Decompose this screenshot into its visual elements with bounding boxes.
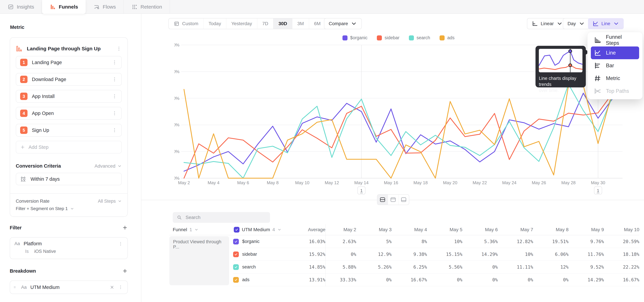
granularity-dropdown-button[interactable]: Day <box>563 18 590 29</box>
menu-item-metric[interactable]: Metric <box>591 72 639 85</box>
table-header-date[interactable]: May 7 <box>498 224 533 235</box>
filter-property-name: Platform <box>24 241 114 246</box>
table-row-name-organic[interactable]: $organic <box>233 235 286 248</box>
step-label: Download Page <box>32 77 107 82</box>
filter-segment-dropdown[interactable]: Filter + Segment on Step 1 <box>16 206 122 211</box>
tab-insights[interactable]: Insights <box>0 0 42 14</box>
cell-value: 12.9% <box>356 248 392 261</box>
layout-split-button[interactable] <box>377 194 388 205</box>
date-range-30d[interactable]: 30D <box>273 18 292 29</box>
table-row-name-search[interactable]: search <box>233 261 286 274</box>
layout-chart-button[interactable] <box>388 194 398 205</box>
date-range-custom[interactable]: Custom <box>169 18 203 29</box>
funnel-step-2[interactable]: 2Download Page <box>16 73 122 86</box>
scale-dropdown-button[interactable]: Linear <box>527 18 568 29</box>
legend-item-sidebar[interactable]: sidebar <box>377 35 400 40</box>
add-filter-button[interactable] <box>122 225 128 230</box>
step-number-badge: 1 <box>20 59 28 66</box>
chevron-down-icon <box>118 199 122 203</box>
table-row-name-sidebar[interactable]: sidebar <box>233 248 286 261</box>
kebab-icon[interactable] <box>112 110 118 116</box>
kebab-icon[interactable] <box>112 60 118 65</box>
kebab-icon[interactable] <box>112 127 118 133</box>
funnel-step-4[interactable]: 4App Open <box>16 107 122 120</box>
add-breakdown-button[interactable] <box>122 268 128 274</box>
funnel-step-1[interactable]: 1Landing Page <box>16 56 122 69</box>
kebab-icon[interactable] <box>112 94 118 99</box>
series-line-organic[interactable] <box>184 88 624 171</box>
date-range-yesterday[interactable]: Yesterday <box>226 18 257 29</box>
series-checkbox[interactable] <box>233 264 239 270</box>
tab-retention[interactable]: Retention <box>124 0 170 14</box>
layout-chart-icon <box>390 196 396 203</box>
table-header-date[interactable]: May 9 <box>568 224 604 235</box>
tab-funnels[interactable]: Funnels <box>42 0 86 14</box>
chevron-down-icon <box>70 207 74 211</box>
series-checkbox[interactable] <box>233 277 239 283</box>
advanced-dropdown[interactable]: Advanced <box>94 164 122 169</box>
kebab-icon[interactable] <box>112 76 118 82</box>
compare-button[interactable]: Compare <box>324 18 362 29</box>
drag-handle-icon[interactable] <box>13 285 18 290</box>
breakdown-checkbox[interactable] <box>234 227 240 232</box>
table-row-name-ads[interactable]: ads <box>233 274 286 286</box>
bar-chart-icon <box>594 62 601 69</box>
tab-flows[interactable]: Flows <box>86 0 124 14</box>
menu-item-label: Line <box>606 50 616 56</box>
date-range-3m[interactable]: 3M <box>292 18 309 29</box>
date-range-today[interactable]: Today <box>203 18 226 29</box>
clock-icon <box>20 176 26 182</box>
kebab-icon[interactable] <box>118 285 123 290</box>
menu-item-funnel-steps[interactable]: Funnel Steps <box>591 34 639 46</box>
table-search[interactable] <box>173 212 270 223</box>
kebab-icon[interactable] <box>118 241 123 246</box>
add-step-button[interactable]: Add Step <box>16 141 122 154</box>
funnel-step-3[interactable]: 3App Install <box>16 90 122 103</box>
cell-value: 16.67% <box>604 274 639 286</box>
date-range-7d[interactable]: 7D <box>257 18 273 29</box>
filter-platform-card[interactable]: Aa Platform Is iOS Native <box>10 237 128 259</box>
table-header-breakdown[interactable]: UTM Medium4 <box>233 224 286 235</box>
layout-table-button[interactable] <box>398 194 409 205</box>
series-checkbox[interactable] <box>233 252 239 257</box>
check-icon <box>234 252 238 256</box>
breakdown-utm-card[interactable]: Aa UTM Medium <box>10 280 128 294</box>
table-header-date[interactable]: May 5 <box>427 224 462 235</box>
funnel-step-5[interactable]: 5Sign Up <box>16 124 122 136</box>
table-header-date[interactable]: May 2 <box>325 224 356 235</box>
cell-value: 10% <box>427 235 462 248</box>
funnel-title: Landing Page through Sign Up <box>27 46 112 52</box>
calendar-icon <box>174 21 180 26</box>
chevron-down-icon <box>278 228 282 232</box>
line-chart-icon <box>594 49 601 56</box>
average-value: 15.92% <box>286 248 325 261</box>
remove-breakdown-icon[interactable] <box>110 285 114 290</box>
legend-item-search[interactable]: search <box>409 35 430 40</box>
all-steps-label: All Steps <box>98 199 116 204</box>
legend-item-organic[interactable]: $organic <box>342 35 368 40</box>
table-header-date[interactable]: May 6 <box>462 224 498 235</box>
table-header-average[interactable]: Average <box>286 224 325 235</box>
table-header-date[interactable]: May 4 <box>392 224 427 235</box>
table-header-date[interactable]: May 3 <box>356 224 392 235</box>
series-checkbox[interactable] <box>233 239 239 244</box>
metric-icon <box>594 75 601 82</box>
table-header-date[interactable]: May 10 <box>604 224 639 235</box>
legend-label: sidebar <box>384 35 400 40</box>
funnel-metric-header: Landing Page through Sign Up <box>10 38 128 55</box>
chart-type-dropdown-button[interactable]: Line <box>588 18 624 29</box>
search-input[interactable] <box>185 214 266 220</box>
menu-item-bar[interactable]: Bar <box>591 59 639 72</box>
all-steps-dropdown[interactable]: All Steps <box>98 199 122 204</box>
table-header-funnel[interactable]: Funnel1 <box>170 224 233 235</box>
conversion-window-card[interactable]: Within 7 days <box>16 173 122 185</box>
date-range-6m[interactable]: 6M <box>309 18 326 29</box>
menu-item-line[interactable]: Line <box>591 46 639 59</box>
kebab-icon[interactable] <box>116 46 122 52</box>
breakdown-col-label: UTM Medium <box>242 227 270 232</box>
table-header-date[interactable]: May 8 <box>533 224 568 235</box>
legend-item-ads[interactable]: ads <box>440 35 455 40</box>
funnel-name-cell[interactable]: Product Viewed through P... <box>170 235 233 286</box>
insights-icon <box>8 4 14 10</box>
chart-type-tooltip: Line charts display trends over time. <box>536 46 586 88</box>
